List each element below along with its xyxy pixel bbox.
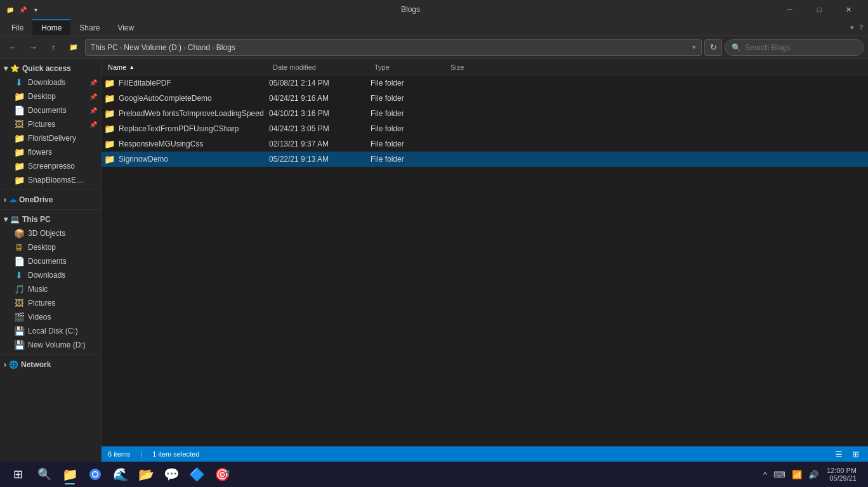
sidebar-item-screenpresso[interactable]: 📁 Screenpresso	[0, 159, 101, 173]
pin-icon[interactable]: 📌	[18, 4, 28, 15]
documents-icon: 📄	[14, 105, 24, 115]
folder-icon: 📁	[104, 154, 115, 164]
sidebar-item-newvolume[interactable]: 💾 New Volume (D:)	[0, 338, 101, 352]
file-name-cell: 📁 ResponsiveMGUsingCss	[104, 139, 269, 149]
breadcrumb-chand[interactable]: Chand	[188, 43, 210, 52]
file-type-cell: File folder	[371, 94, 447, 103]
sidebar-section-onedrive[interactable]: › ☁ OneDrive	[0, 193, 101, 207]
tray-keyboard-icon[interactable]: ⌨	[772, 470, 787, 479]
file-type-cell: File folder	[371, 140, 447, 148]
ribbon-help-icon[interactable]: ?	[859, 23, 863, 31]
sidebar-item-floristdelivery-label: FloristDelivery	[28, 134, 76, 143]
title-bar-left-icons: 📁 📌 ▾	[5, 4, 41, 15]
sidebar-item-localdisk-label: Local Disk (C:)	[28, 327, 78, 335]
chevron-thispc-icon: ▾	[4, 215, 8, 224]
folder-nav-icon: 📁	[65, 39, 82, 56]
tab-home[interactable]: Home	[32, 19, 70, 36]
sidebar-item-downloads[interactable]: ⬇ Downloads 📌	[0, 75, 101, 89]
tray-expand-icon[interactable]: ^	[761, 470, 769, 479]
close-button[interactable]: ✕	[834, 0, 863, 19]
title-bar-title: Blogs	[46, 5, 775, 14]
breadcrumb-newvolume[interactable]: New Volume (D:)	[124, 43, 181, 52]
sidebar-item-localdisk[interactable]: 💾 Local Disk (C:)	[0, 324, 101, 338]
sidebar-item-videos[interactable]: 🎬 Videos	[0, 310, 101, 324]
sidebar-item-documents[interactable]: 📄 Documents 📌	[0, 103, 101, 117]
minimize-button[interactable]: ─	[775, 0, 805, 19]
search-button[interactable]: 🔍	[33, 464, 56, 484]
taskbar-app-extra[interactable]: 🎯	[211, 463, 233, 486]
sidebar-item-desktop[interactable]: 📁 Desktop 📌	[0, 89, 101, 103]
taskbar-app-skype[interactable]: 💬	[160, 463, 183, 486]
sidebar-item-flowers[interactable]: 📁 flowers	[0, 145, 101, 159]
sidebar-section-quick-access[interactable]: ▾ ⭐ Quick access	[0, 62, 101, 75]
forward-button[interactable]: →	[24, 39, 42, 56]
pictures-icon: 🖼	[14, 119, 24, 129]
sidebar-item-desktop-label: Desktop	[28, 92, 56, 101]
breadcrumb-thispc[interactable]: This PC	[91, 43, 118, 52]
ribbon-expand-icon[interactable]: ▾	[850, 23, 854, 32]
tab-view[interactable]: View	[109, 19, 143, 36]
breadcrumb: This PC › New Volume (D:) › Chand › Blog…	[91, 43, 235, 52]
tab-share[interactable]: Share	[70, 19, 109, 36]
window-title: Blogs	[401, 5, 420, 14]
taskbar-app-explorer[interactable]: 📁	[58, 463, 81, 486]
down-arrow-icon[interactable]: ▾	[30, 4, 41, 15]
start-button[interactable]: ⊞	[5, 464, 30, 484]
table-row[interactable]: 📁 ReplaceTextFromPDFUsingCSharp 04/24/21…	[102, 121, 868, 136]
maximize-button[interactable]: □	[805, 0, 834, 19]
network-icon: 🌐	[9, 360, 18, 369]
file-name-cell: 📁 GoogleAutoCompleteDemo	[104, 93, 269, 103]
sidebar-item-downloads2[interactable]: ⬇ Downloads	[0, 268, 101, 282]
sidebar-item-pictures2-label: Pictures	[28, 299, 55, 308]
up-button[interactable]: ↑	[44, 39, 62, 56]
sidebar-item-pictures-label: Pictures	[28, 120, 55, 129]
col-header-size[interactable]: Size	[447, 59, 510, 75]
refresh-button[interactable]: ↻	[704, 39, 722, 56]
pin-pictures-icon: 📌	[89, 121, 97, 128]
sidebar-item-documents2[interactable]: 📄 Documents	[0, 254, 101, 268]
newvolume-icon: 💾	[14, 340, 24, 350]
folder-icon: 📁	[104, 78, 115, 88]
chrome-icon	[89, 468, 102, 481]
list-view-button[interactable]: ☰	[832, 448, 845, 460]
tray-network-icon[interactable]: 📶	[790, 470, 804, 479]
table-row[interactable]: 📁 PreloadWeb fontsToImproveLoadingSpeed …	[102, 106, 868, 121]
sidebar-item-screenpresso-label: Screenpresso	[28, 162, 75, 171]
search-box[interactable]: 🔍	[725, 39, 864, 56]
col-header-date[interactable]: Date modified	[269, 59, 371, 75]
breadcrumb-blogs[interactable]: Blogs	[216, 43, 235, 52]
sidebar-item-snapblooms[interactable]: 📁 SnapBloomsEcomm	[0, 173, 101, 187]
sidebar-item-desktop2[interactable]: 🖥 Desktop	[0, 240, 101, 254]
sidebar-section-network[interactable]: › 🌐 Network	[0, 358, 101, 372]
search-input[interactable]	[745, 43, 857, 52]
address-box[interactable]: This PC › New Volume (D:) › Chand › Blog…	[85, 39, 702, 56]
grid-view-button[interactable]: ⊞	[849, 448, 862, 460]
flowers-icon: 📁	[14, 147, 24, 157]
onedrive-icon: ☁	[9, 195, 16, 204]
col-header-type[interactable]: Type	[371, 59, 447, 75]
file-date-cell: 05/22/21 9:13 AM	[269, 155, 371, 164]
table-row[interactable]: 📁 GoogleAutoCompleteDemo 04/24/21 9:16 A…	[102, 91, 868, 106]
tray-volume-icon[interactable]: 🔊	[806, 470, 820, 479]
chevron-network-icon: ›	[4, 360, 6, 369]
table-row[interactable]: 📁 FillEditablePDF 05/08/21 2:14 PM File …	[102, 75, 868, 91]
sidebar-item-pictures[interactable]: 🖼 Pictures 📌	[0, 117, 101, 131]
screenpresso-icon: 📁	[14, 161, 24, 171]
table-row[interactable]: 📁 ResponsiveMGUsingCss 02/13/21 9:37 AM …	[102, 136, 868, 152]
back-button[interactable]: ←	[4, 39, 22, 56]
address-expand-icon[interactable]: ▾	[692, 43, 696, 51]
sidebar-item-floristdelivery[interactable]: 📁 FloristDelivery	[0, 131, 101, 145]
sidebar-section-thispc[interactable]: ▾ 💻 This PC	[0, 212, 101, 226]
sidebar-item-3dobjects[interactable]: 📦 3D Objects	[0, 226, 101, 240]
table-row[interactable]: 📁 SignnowDemo 05/22/21 9:13 AM File fold…	[102, 152, 868, 167]
col-header-name[interactable]: Name ▲	[104, 59, 269, 75]
taskbar-app-chrome[interactable]	[84, 463, 107, 486]
taskbar-clock[interactable]: 12:00 PM 05/29/21	[823, 467, 860, 482]
sidebar-item-pictures2[interactable]: 🖼 Pictures	[0, 296, 101, 310]
taskbar-app-vscode[interactable]: 🔷	[185, 463, 208, 486]
file-type-cell: File folder	[371, 155, 447, 164]
taskbar-app-edge[interactable]: 🌊	[109, 463, 132, 486]
taskbar-app-files[interactable]: 📂	[135, 463, 157, 486]
sidebar-item-music[interactable]: 🎵 Music	[0, 282, 101, 296]
tab-file[interactable]: File	[3, 19, 32, 36]
